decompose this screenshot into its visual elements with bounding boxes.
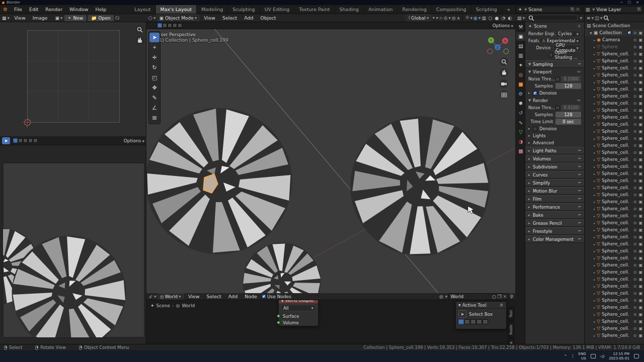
render-visibility-icon[interactable]: ▣	[638, 242, 642, 246]
menu-item[interactable]: Add	[240, 15, 257, 21]
shading-mode-icon[interactable]: ◐	[507, 16, 513, 21]
outliner-object-row[interactable]: ▸ ▽ Sphere_cell. ⊙▣	[585, 311, 644, 318]
viewport-subpanel-header[interactable]: ▼Viewport≔	[525, 68, 584, 75]
render-visibility-icon[interactable]: ▣	[638, 256, 642, 260]
workspace-tab[interactable]: Max's Layout	[156, 5, 197, 14]
outliner-object-row[interactable]: ▸ ▽ Sphere_cell. ⊙▣	[585, 290, 644, 297]
hide-eye-icon[interactable]: ⊙	[633, 108, 637, 113]
workspace-tab[interactable]: Texture Paint	[294, 5, 335, 14]
maximize-button[interactable]: □	[628, 1, 631, 5]
menu-item[interactable]: View	[11, 15, 29, 21]
hide-eye-icon[interactable]: ⊙	[633, 129, 637, 134]
render-visibility-icon[interactable]: ▣	[638, 101, 642, 106]
hide-eye-icon[interactable]: ⊙	[633, 284, 637, 289]
outliner-object-row[interactable]: ▸ ▽ Sphere_cell. ⊙▣	[585, 156, 644, 163]
hide-eye-icon[interactable]: ⊙	[633, 326, 637, 331]
hide-eye-icon[interactable]: ⊙	[633, 52, 637, 56]
outliner-object-row[interactable]: ▸ ▽ Sphere_cell. ⊙▣	[585, 191, 644, 198]
hide-eye-icon[interactable]: ⊙	[633, 256, 637, 260]
viewport-tool-button[interactable]: ↻	[149, 63, 159, 72]
outliner-object-row[interactable]: ▸ ▽ Sphere_cell. ⊙▣	[585, 240, 644, 247]
hide-eye-icon[interactable]: ⊙	[633, 242, 637, 246]
pivot-dropdown[interactable]: ⌖▼	[432, 15, 438, 21]
select-mode-icon[interactable]	[173, 23, 177, 28]
outliner-object-row[interactable]: ▸ ▽ Sphere_cell. ⊙▣	[585, 114, 644, 121]
render-visibility-icon[interactable]: ▣	[638, 66, 642, 70]
menu-item[interactable]: Select	[203, 294, 224, 299]
options-dropdown[interactable]: Options▼	[493, 23, 513, 28]
properties-tab[interactable]: ⚒	[516, 23, 525, 31]
viewport-tool-button[interactable]: ✎	[149, 93, 159, 103]
properties-panel-header[interactable]: ▸Freestyle═	[525, 227, 584, 235]
render-visibility-icon[interactable]: ▣	[638, 319, 642, 324]
render-visibility-icon[interactable]: ▣	[638, 94, 642, 99]
side-tab[interactable]: Node	[508, 322, 514, 338]
render-visibility-icon[interactable]: ▣	[638, 150, 642, 155]
render-visibility-icon[interactable]: ▣	[638, 31, 642, 35]
scene-selector[interactable]: ✦▼ Scene ⎘ ✕	[516, 6, 582, 13]
advanced-row[interactable]: ▸Advanced	[525, 139, 584, 146]
render-visibility-icon[interactable]: ▣	[638, 270, 642, 275]
render-visibility-icon[interactable]: ▣	[638, 73, 642, 77]
outliner-object-row[interactable]: ▸ ▽ Sphere_cell. ⊙▣	[585, 100, 644, 107]
properties-tab[interactable]: ◎	[516, 70, 525, 79]
menu-item[interactable]: Help	[92, 7, 110, 12]
lights-row[interactable]: ▸Lights	[525, 132, 584, 139]
pan-hand-icon[interactable]	[135, 36, 144, 45]
select-mode-icon[interactable]	[13, 138, 18, 143]
render-visibility-icon[interactable]: ▣	[638, 45, 642, 49]
outliner-object-row[interactable]: ▸ ▽ Sphere_cell. ⊙▣	[585, 128, 644, 135]
hide-eye-icon[interactable]: ⊙	[633, 305, 637, 310]
hide-eye-icon[interactable]: ⊙	[633, 66, 637, 70]
hide-eye-icon[interactable]: ⊙	[633, 270, 637, 275]
pin-id-icon[interactable]: ⚲	[578, 24, 581, 29]
render-visibility-icon[interactable]: ▣	[638, 235, 642, 239]
render-visibility-icon[interactable]: ▣	[638, 129, 642, 134]
hide-eye-icon[interactable]: ⊙	[633, 143, 637, 148]
menu-item[interactable]: View	[185, 294, 203, 299]
hide-eye-icon[interactable]: ⊙	[633, 31, 637, 35]
hide-eye-icon[interactable]: ⊙	[633, 193, 637, 197]
hide-eye-icon[interactable]: ⊙	[633, 150, 637, 155]
outliner-object-row[interactable]: ▸ ▽ Sphere_cell. ⊙▣	[585, 205, 644, 212]
scene-collection-row[interactable]: ▤Scene Collection	[585, 22, 644, 29]
menu-item[interactable]: Window	[66, 7, 92, 12]
render-visibility-icon[interactable]: ▣	[638, 80, 642, 84]
xray-toggle-icon[interactable]: ▥	[481, 16, 486, 21]
hide-eye-icon[interactable]: ⊙	[633, 263, 637, 267]
viewport-tool-button[interactable]: ➤	[149, 33, 159, 42]
select-mode-icon[interactable]	[178, 23, 182, 28]
render-visibility-icon[interactable]: ▣	[638, 171, 642, 176]
hide-eye-icon[interactable]: ⊙	[633, 333, 637, 338]
world-datablock[interactable]: World ○ ❐ ✕	[448, 293, 509, 300]
properties-tab[interactable]: ■	[516, 80, 525, 88]
render-visibility-icon[interactable]: ▣	[638, 143, 642, 148]
properties-panel-header[interactable]: ▸Film═	[525, 195, 584, 203]
properties-search-input[interactable]	[526, 15, 578, 21]
minimize-button[interactable]: ─	[620, 1, 622, 5]
select-mode-icon[interactable]	[168, 23, 172, 28]
workspace-tab[interactable]: +	[502, 5, 516, 14]
outliner-object-row[interactable]: ▸ ▽ Sphere_cell. ⊙▣	[585, 163, 644, 170]
hide-eye-icon[interactable]: ⊙	[633, 87, 637, 92]
select-mode-icon[interactable]	[476, 319, 482, 324]
select-mode-icon[interactable]	[470, 319, 476, 324]
outliner-object-row[interactable]: ▸ ▽ Sphere_cell. ⊙▣	[585, 107, 644, 114]
mode-dropdown[interactable]: ▣Object Mode▼	[156, 15, 199, 21]
properties-tab[interactable]: ↺	[516, 109, 525, 117]
proportional-falloff-icon[interactable]: ∧	[457, 16, 460, 21]
outliner-object-row[interactable]: ▸ ▽ Sphere_cell. ⊙▣	[585, 226, 644, 233]
outliner-object-row[interactable]: ▸ ▽ Sphere_cell. ⊙▣	[585, 64, 644, 71]
hide-eye-icon[interactable]: ⊙	[633, 200, 637, 204]
outliner-object-row[interactable]: ▸ ▽ Sphere_cell. ⊙▣	[585, 50, 644, 57]
editor-type-icon[interactable]: ⬡▼	[148, 16, 155, 21]
shader-editor-canvas[interactable]: ✦Scene › ◎World ▼World Output All▼ Surfa…	[146, 300, 515, 344]
workspace-tab[interactable]: Layout	[130, 5, 155, 14]
render-visibility-icon[interactable]: ▣	[638, 305, 642, 310]
side-tab[interactable]: Tool	[508, 307, 514, 321]
properties-tab[interactable]: ▩	[516, 147, 525, 155]
noise-threshold-field[interactable]: 0.1000	[561, 76, 581, 82]
shading-mode-icon[interactable]: ●	[494, 16, 500, 21]
shader-type-dropdown[interactable]: ◎World▼	[157, 293, 184, 300]
use-nodes-checkbox[interactable]: ✔	[262, 294, 266, 299]
